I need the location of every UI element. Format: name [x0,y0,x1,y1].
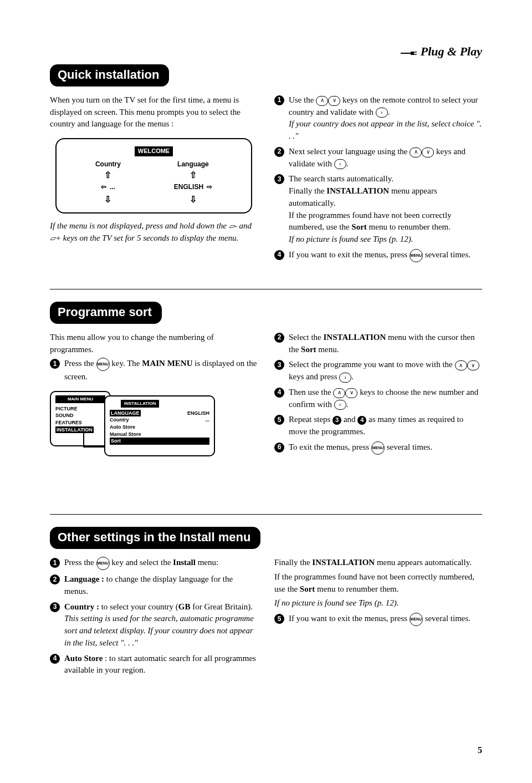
installation-menu-box: INSTALLATION LANGUAGEENGLISH Country... … [104,395,215,456]
step-4: 4 Auto Store : to start automatic search… [50,653,258,677]
step-number: 5 [274,614,284,624]
language-label: Language [174,160,212,169]
step-5: 5 If you want to exit the menus, press M… [274,613,482,626]
down-key-icon: ∨ [345,388,357,398]
col-left: When you turn on the TV set for the firs… [50,94,258,266]
menu-item: SOUND [55,412,105,419]
right-key-icon: › [334,159,346,169]
step-3: 3 Select the programme you want to move … [274,359,482,383]
menu-item: PICTURE [55,405,105,413]
section-other-settings: Other settings in the Install menu 1 Pre… [50,527,482,680]
step-2: 2 Language : to change the display langu… [50,573,258,598]
tips-note: If no picture is found see Tips (p. 12). [274,597,482,609]
step-number: 4 [274,388,284,398]
up-key-icon: ∧ [316,96,328,106]
col-left: This menu allow you to change the number… [50,332,258,464]
step-number: 1 [274,95,284,105]
menu-key-icon: MENU [96,358,110,371]
arrow-up-icon: ⇧ [174,170,212,180]
step-3: 3 The search starts automatically.Finall… [274,173,482,246]
step-number: 3 [50,602,60,612]
step-number: 2 [50,574,60,584]
step-4: 4 If you want to exit the menus, press M… [274,249,482,262]
section-title: Programme sort [50,302,162,324]
step-number: 2 [274,147,284,157]
divider [50,289,482,289]
step-number: 5 [274,415,284,425]
welcome-header: WELCOME [135,146,173,156]
step-number: 2 [274,333,284,343]
down-key-icon: ∨ [328,96,340,106]
menu-item-highlighted: Sort [110,438,209,445]
intro-text: When you turn on the TV set for the firs… [50,94,258,130]
step-number: 4 [274,250,284,260]
menu-key-icon: MENU [410,249,423,262]
step-number: 3 [274,360,284,370]
main-menu-header: MAIN MENU [55,395,105,403]
arrow-down-icon: ⇩ [174,194,212,205]
step-3: 3 Country : to select your country (GB f… [50,601,258,649]
note-text: If the menu is not displayed, press and … [50,220,258,245]
menu-item: FEATURES [55,419,105,426]
brand-logo: Plug & Play [50,44,482,60]
up-key-icon: ∧ [333,388,345,398]
step-6: 6 To exit the menus, press MENU several … [274,441,482,455]
menu-item: LANGUAGE [110,410,141,417]
section-quick-installation: Quick installation When you turn on the … [50,64,482,266]
section-title: Quick installation [50,64,169,87]
arrow-left-icon: ⇦ [101,182,106,192]
step-1: 1 Use the ∧∨ keys on the remote control … [274,94,482,143]
down-key-icon: ∨ [422,148,434,157]
menu-value: ENGLISH [187,410,209,417]
arrow-right-icon: ⇨ [207,182,212,192]
menu-item: Auto Store [110,424,209,431]
step-number: 6 [274,443,284,452]
menu-key-icon: MENU [410,613,423,626]
ref-step-3: 3 [332,416,341,425]
svg-rect-1 [411,52,414,55]
up-key-icon: ∧ [410,148,422,157]
step-number: 1 [50,359,60,369]
intro-text: This menu allow you to change the number… [50,332,258,356]
ref-step-4: 4 [357,416,366,425]
step-2: 2 Next select your language using the ∧∨… [274,146,482,170]
right-key-icon: › [339,373,351,383]
arrow-down-icon: ⇩ [95,194,121,205]
menu-item: Manual Store [110,431,209,438]
menu-value: ... [205,416,209,424]
page-content: Plug & Play Quick installation When you … [0,0,532,708]
menu-diagram: MAIN MENU PICTURE SOUND FEATURES INSTALL… [50,391,258,456]
country-label: Country [95,160,121,169]
arrow-up-icon: ⇧ [95,170,121,180]
up-key-icon: ∧ [455,360,467,370]
language-value: ENGLISH [174,182,203,192]
step-1: 1 Press the MENU key and select the Inst… [50,557,258,570]
installation-header: INSTALLATION [121,400,159,408]
menu-key-icon: MENU [371,441,385,455]
step-number: 3 [274,174,284,184]
welcome-screen: WELCOME Country ⇧ ⇦... ⇩ Language ⇧ ENGL… [55,138,252,213]
page-number: 5 [478,745,482,755]
step-number: 4 [50,654,60,664]
col-right: Finally the INSTALLATION menu appears au… [274,557,482,680]
menu-item: Country [110,416,129,424]
menu-key-icon: MENU [96,557,110,570]
step-1: 1 Press the MENU key. The MAIN MENU is d… [50,358,258,383]
step-4: 4 Then use the ∧∨ keys to choose the new… [274,387,482,411]
down-key-icon: ∨ [467,360,479,370]
step-5: 5 Repeat steps 3 and 4 as many times as … [274,414,482,438]
section-title: Other settings in the Install menu [50,527,260,549]
col-left: 1 Press the MENU key and select the Inst… [50,557,258,680]
divider [50,514,482,515]
right-key-icon: › [376,108,388,118]
col-right: 1 Use the ∧∨ keys on the remote control … [274,94,482,266]
step-number: 1 [50,558,60,568]
left-key-icon: ‹ [334,400,346,410]
brand-text: Plug & Play [421,44,482,58]
section-programme-sort: Programme sort This menu allow you to ch… [50,302,482,464]
country-value: ... [110,182,115,192]
step-2: 2 Select the INSTALLATION menu with the … [274,332,482,356]
col-right: 2 Select the INSTALLATION menu with the … [274,332,482,464]
